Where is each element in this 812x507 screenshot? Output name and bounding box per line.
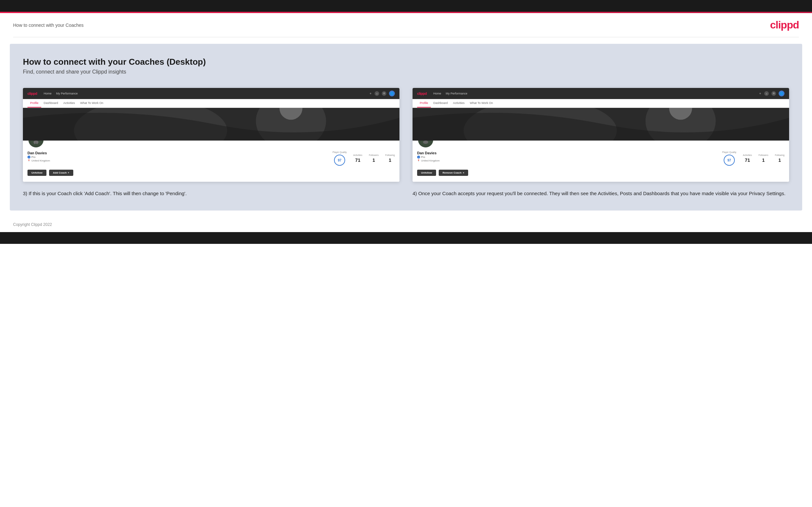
left-mock-nav-icons: ⚬ ☺ ⚙ 🌐 [369,91,395,97]
right-user-details: Dan Davies ✓ Pro 📍 United Kingdom [417,151,722,162]
right-following-label: Following [775,154,784,156]
right-banner-svg [413,108,789,140]
left-location-pin-icon: 📍 [28,160,31,162]
right-pq-circle: 97 [724,155,735,166]
left-following-label: Following [385,154,395,156]
right-nav-performance[interactable]: My Performance [446,92,467,95]
footer: Copyright Clippd 2022 [0,217,812,232]
right-nav-home[interactable]: Home [433,92,441,95]
svg-point-6 [33,140,39,144]
right-following-stat: Following 1 [775,154,784,163]
left-tab-dashboard[interactable]: Dashboard [41,99,61,108]
header-divider [13,37,799,37]
left-mock-buttons: Unfollow Add Coach + [28,170,395,176]
right-globe-icon[interactable]: 🌐 [779,91,784,97]
svg-point-13 [423,140,428,144]
left-mock-nav-links: Home My Performance [44,92,362,95]
left-step-description: 3) If this is your Coach click 'Add Coac… [23,189,399,198]
right-user-role: ✓ Pro [417,156,722,159]
left-pq-circle: 97 [334,155,345,166]
right-location-text: United Kingdom [421,159,440,162]
left-location-text: United Kingdom [32,159,50,162]
right-remove-coach-button[interactable]: Remove Coach × [439,170,468,176]
right-mock-stats: Player Quality 97 Activities 71 Follower… [722,151,784,166]
right-tab-what-to-work-on[interactable]: What To Work On [467,99,496,108]
right-pq-label: Player Quality [722,151,737,153]
right-mock-banner [413,108,789,140]
left-user-role: ✓ Pro [28,156,333,159]
left-nav-home[interactable]: Home [44,92,51,95]
left-followers-stat: Followers 1 [369,154,378,163]
header: How to connect with your Coaches clippd [0,13,812,37]
page-heading: How to connect with your Coaches (Deskto… [23,57,789,67]
right-activities-label: Activities [743,154,752,156]
right-activities-stat: Activities 71 [743,154,752,163]
right-remove-icon: × [463,171,465,174]
right-tab-profile[interactable]: Profile [417,99,431,108]
left-activities-value: 71 [355,158,360,163]
top-bar [0,0,812,12]
left-activities-stat: Activities 71 [353,154,362,163]
right-role-text: Pro [421,156,425,159]
left-settings-icon[interactable]: ⚙ [382,91,386,96]
right-mock-browser: clippd Home My Performance ⚬ ☺ ⚙ 🌐 Profi… [413,88,789,182]
left-tab-activities[interactable]: Activities [61,99,78,108]
right-user-name: Dan Davies [417,151,722,155]
right-following-value: 1 [778,158,781,163]
copyright-text: Copyright Clippd 2022 [13,222,52,227]
left-nav-performance[interactable]: My Performance [56,92,78,95]
right-verified-icon: ✓ [417,156,420,159]
left-user-icon[interactable]: ☺ [374,91,379,96]
left-add-icon: + [68,171,69,174]
right-profile-info: Dan Davies ✓ Pro 📍 United Kingdom [417,151,784,166]
left-pq-label: Player Quality [333,151,347,153]
right-tab-activities[interactable]: Activities [451,99,467,108]
right-settings-icon[interactable]: ⚙ [771,91,776,96]
right-mock-nav-links: Home My Performance [433,92,752,95]
right-mock-logo: clippd [417,92,426,96]
left-banner-svg [23,108,399,140]
left-column: clippd Home My Performance ⚬ ☺ ⚙ 🌐 Profi… [23,88,399,198]
left-globe-icon[interactable]: 🌐 [389,91,395,97]
left-add-coach-button[interactable]: Add Coach + [49,170,73,176]
left-mock-nav: clippd Home My Performance ⚬ ☺ ⚙ 🌐 [23,88,399,99]
columns: clippd Home My Performance ⚬ ☺ ⚙ 🌐 Profi… [23,88,789,198]
right-mock-buttons: Unfollow Remove Coach × [417,170,784,176]
right-tab-dashboard[interactable]: Dashboard [431,99,451,108]
left-player-quality-stat: Player Quality 97 [333,151,347,166]
left-tab-what-to-work-on[interactable]: What To Work On [78,99,106,108]
right-activities-value: 71 [745,158,750,163]
bottom-bar [0,232,812,244]
right-step-description: 4) Once your Coach accepts your request … [413,189,789,198]
left-user-details: Dan Davies ✓ Pro 📍 United Kingdom [28,151,333,162]
left-mock-banner [23,108,399,140]
right-followers-label: Followers [758,154,768,156]
left-mock-browser: clippd Home My Performance ⚬ ☺ ⚙ 🌐 Profi… [23,88,399,182]
right-mock-nav-icons: ⚬ ☺ ⚙ 🌐 [759,91,784,97]
left-mock-tabs: Profile Dashboard Activities What To Wor… [23,99,399,108]
clippd-logo: clippd [770,19,799,31]
right-mock-tabs: Profile Dashboard Activities What To Wor… [413,99,789,108]
left-role-text: Pro [32,156,35,159]
right-unfollow-button[interactable]: Unfollow [417,170,436,176]
right-search-icon[interactable]: ⚬ [759,92,762,96]
left-verified-icon: ✓ [28,156,31,159]
right-mock-nav: clippd Home My Performance ⚬ ☺ ⚙ 🌐 [413,88,789,99]
left-user-name: Dan Davies [28,151,333,155]
left-tab-profile[interactable]: Profile [28,99,41,108]
right-player-quality-stat: Player Quality 97 [722,151,737,166]
right-column: clippd Home My Performance ⚬ ☺ ⚙ 🌐 Profi… [413,88,789,198]
left-following-value: 1 [389,158,391,163]
header-title: How to connect with your Coaches [13,22,84,28]
left-mock-stats: Player Quality 97 Activities 71 Follower… [333,151,395,166]
main-content: How to connect with your Coaches (Deskto… [10,44,802,211]
left-search-icon[interactable]: ⚬ [369,92,372,96]
left-followers-label: Followers [369,154,378,156]
left-unfollow-button[interactable]: Unfollow [28,170,46,176]
left-profile-info: Dan Davies ✓ Pro 📍 United Kingdom [28,151,395,166]
right-user-icon[interactable]: ☺ [764,91,769,96]
left-mock-logo: clippd [28,92,37,96]
left-following-stat: Following 1 [385,154,395,163]
right-followers-stat: Followers 1 [758,154,768,163]
left-user-location: 📍 United Kingdom [28,159,333,162]
